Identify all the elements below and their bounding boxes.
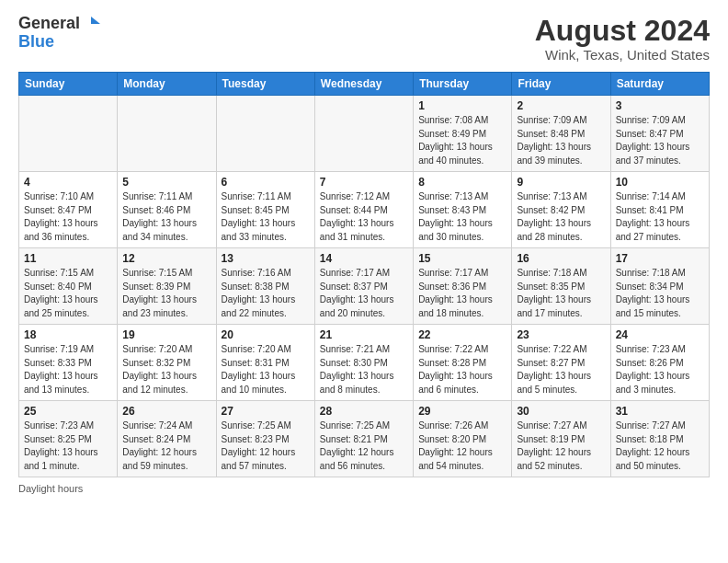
day-number: 30 xyxy=(517,405,605,418)
logo-text-general: General xyxy=(18,15,80,33)
day-info: Sunrise: 7:17 AM Sunset: 8:36 PM Dayligh… xyxy=(418,267,506,320)
day-info: Sunrise: 7:27 AM Sunset: 8:18 PM Dayligh… xyxy=(616,419,704,473)
day-info: Sunrise: 7:23 AM Sunset: 8:25 PM Dayligh… xyxy=(24,419,112,473)
day-info: Sunrise: 7:11 AM Sunset: 8:46 PM Dayligh… xyxy=(122,190,210,244)
day-info: Sunrise: 7:13 AM Sunset: 8:42 PM Dayligh… xyxy=(517,190,605,244)
page: General Blue August 2024 Wink, Texas, Un… xyxy=(0,0,728,503)
day-number: 17 xyxy=(616,252,704,265)
day-number: 1 xyxy=(418,99,506,112)
week-row-5: 25Sunrise: 7:23 AM Sunset: 8:25 PM Dayli… xyxy=(19,401,710,477)
day-cell: 12Sunrise: 7:15 AM Sunset: 8:39 PM Dayli… xyxy=(118,248,216,325)
day-cell: 23Sunrise: 7:22 AM Sunset: 8:27 PM Dayli… xyxy=(512,325,610,401)
day-number: 19 xyxy=(122,328,210,341)
footer: Daylight hours xyxy=(18,483,710,494)
day-number: 24 xyxy=(616,328,704,341)
day-number: 27 xyxy=(222,405,310,418)
day-cell: 13Sunrise: 7:16 AM Sunset: 8:38 PM Dayli… xyxy=(216,248,314,325)
logo-text-blue: Blue xyxy=(18,33,54,52)
day-info: Sunrise: 7:25 AM Sunset: 8:23 PM Dayligh… xyxy=(222,419,310,473)
day-cell: 19Sunrise: 7:20 AM Sunset: 8:32 PM Dayli… xyxy=(118,325,216,401)
week-row-2: 4Sunrise: 7:10 AM Sunset: 8:47 PM Daylig… xyxy=(19,172,710,248)
day-cell: 8Sunrise: 7:13 AM Sunset: 8:43 PM Daylig… xyxy=(414,172,512,248)
day-info: Sunrise: 7:24 AM Sunset: 8:24 PM Dayligh… xyxy=(122,419,210,473)
column-header-friday: Friday xyxy=(512,73,610,96)
day-number: 20 xyxy=(222,328,310,341)
day-number: 25 xyxy=(24,405,112,418)
day-number: 5 xyxy=(122,176,210,189)
logo: General Blue xyxy=(18,15,100,52)
day-number: 18 xyxy=(24,328,112,341)
day-cell: 20Sunrise: 7:20 AM Sunset: 8:31 PM Dayli… xyxy=(216,325,314,401)
day-info: Sunrise: 7:20 AM Sunset: 8:31 PM Dayligh… xyxy=(222,343,310,396)
day-info: Sunrise: 7:22 AM Sunset: 8:27 PM Dayligh… xyxy=(517,343,605,396)
day-info: Sunrise: 7:27 AM Sunset: 8:19 PM Dayligh… xyxy=(517,419,605,473)
day-info: Sunrise: 7:25 AM Sunset: 8:21 PM Dayligh… xyxy=(320,419,408,473)
day-info: Sunrise: 7:08 AM Sunset: 8:49 PM Dayligh… xyxy=(418,114,506,167)
day-number: 16 xyxy=(517,252,605,265)
day-number: 3 xyxy=(616,99,704,112)
day-cell xyxy=(118,96,216,172)
day-cell: 30Sunrise: 7:27 AM Sunset: 8:19 PM Dayli… xyxy=(512,401,610,477)
day-cell: 10Sunrise: 7:14 AM Sunset: 8:41 PM Dayli… xyxy=(610,172,709,248)
day-cell: 5Sunrise: 7:11 AM Sunset: 8:46 PM Daylig… xyxy=(118,172,216,248)
day-info: Sunrise: 7:23 AM Sunset: 8:26 PM Dayligh… xyxy=(616,343,704,396)
page-title: August 2024 xyxy=(535,15,710,47)
day-cell: 27Sunrise: 7:25 AM Sunset: 8:23 PM Dayli… xyxy=(216,401,314,477)
header: General Blue August 2024 Wink, Texas, Un… xyxy=(18,15,710,63)
day-cell: 1Sunrise: 7:08 AM Sunset: 8:49 PM Daylig… xyxy=(414,96,512,172)
day-number: 8 xyxy=(418,176,506,189)
day-number: 26 xyxy=(122,405,210,418)
column-header-wednesday: Wednesday xyxy=(314,73,413,96)
day-cell: 2Sunrise: 7:09 AM Sunset: 8:48 PM Daylig… xyxy=(512,96,610,172)
day-cell: 21Sunrise: 7:21 AM Sunset: 8:30 PM Dayli… xyxy=(314,325,413,401)
day-cell: 11Sunrise: 7:15 AM Sunset: 8:40 PM Dayli… xyxy=(19,248,118,325)
day-number: 7 xyxy=(320,176,408,189)
day-info: Sunrise: 7:22 AM Sunset: 8:28 PM Dayligh… xyxy=(418,343,506,396)
column-header-monday: Monday xyxy=(118,73,216,96)
column-header-sunday: Sunday xyxy=(19,73,118,96)
day-info: Sunrise: 7:09 AM Sunset: 8:47 PM Dayligh… xyxy=(616,114,704,167)
day-number: 22 xyxy=(418,328,506,341)
day-cell: 15Sunrise: 7:17 AM Sunset: 8:36 PM Dayli… xyxy=(414,248,512,325)
day-cell: 9Sunrise: 7:13 AM Sunset: 8:42 PM Daylig… xyxy=(512,172,610,248)
day-number: 23 xyxy=(517,328,605,341)
day-cell: 22Sunrise: 7:22 AM Sunset: 8:28 PM Dayli… xyxy=(414,325,512,401)
day-number: 29 xyxy=(418,405,506,418)
day-info: Sunrise: 7:16 AM Sunset: 8:38 PM Dayligh… xyxy=(222,267,310,320)
day-number: 2 xyxy=(517,99,605,112)
day-info: Sunrise: 7:14 AM Sunset: 8:41 PM Dayligh… xyxy=(616,190,704,244)
day-number: 11 xyxy=(24,252,112,265)
calendar-header-row: SundayMondayTuesdayWednesdayThursdayFrid… xyxy=(19,73,710,96)
day-info: Sunrise: 7:13 AM Sunset: 8:43 PM Dayligh… xyxy=(418,190,506,244)
daylight-label: Daylight hours xyxy=(18,483,83,494)
day-info: Sunrise: 7:18 AM Sunset: 8:35 PM Dayligh… xyxy=(517,267,605,320)
day-cell: 3Sunrise: 7:09 AM Sunset: 8:47 PM Daylig… xyxy=(610,96,709,172)
column-header-tuesday: Tuesday xyxy=(216,73,314,96)
day-number: 28 xyxy=(320,405,408,418)
day-number: 15 xyxy=(418,252,506,265)
week-row-3: 11Sunrise: 7:15 AM Sunset: 8:40 PM Dayli… xyxy=(19,248,710,325)
day-info: Sunrise: 7:20 AM Sunset: 8:32 PM Dayligh… xyxy=(122,343,210,396)
svg-marker-0 xyxy=(91,17,100,24)
day-cell: 25Sunrise: 7:23 AM Sunset: 8:25 PM Dayli… xyxy=(19,401,118,477)
day-info: Sunrise: 7:18 AM Sunset: 8:34 PM Dayligh… xyxy=(616,267,704,320)
calendar-table: SundayMondayTuesdayWednesdayThursdayFrid… xyxy=(18,72,710,477)
day-info: Sunrise: 7:21 AM Sunset: 8:30 PM Dayligh… xyxy=(320,343,408,396)
day-cell: 6Sunrise: 7:11 AM Sunset: 8:45 PM Daylig… xyxy=(216,172,314,248)
day-info: Sunrise: 7:12 AM Sunset: 8:44 PM Dayligh… xyxy=(320,190,408,244)
day-info: Sunrise: 7:17 AM Sunset: 8:37 PM Dayligh… xyxy=(320,267,408,320)
day-number: 12 xyxy=(122,252,210,265)
day-cell: 17Sunrise: 7:18 AM Sunset: 8:34 PM Dayli… xyxy=(610,248,709,325)
day-info: Sunrise: 7:26 AM Sunset: 8:20 PM Dayligh… xyxy=(418,419,506,473)
day-number: 9 xyxy=(517,176,605,189)
day-cell: 26Sunrise: 7:24 AM Sunset: 8:24 PM Dayli… xyxy=(118,401,216,477)
week-row-1: 1Sunrise: 7:08 AM Sunset: 8:49 PM Daylig… xyxy=(19,96,710,172)
day-cell: 28Sunrise: 7:25 AM Sunset: 8:21 PM Dayli… xyxy=(314,401,413,477)
day-number: 31 xyxy=(616,405,704,418)
column-header-saturday: Saturday xyxy=(610,73,709,96)
day-cell: 14Sunrise: 7:17 AM Sunset: 8:37 PM Dayli… xyxy=(314,248,413,325)
day-info: Sunrise: 7:19 AM Sunset: 8:33 PM Dayligh… xyxy=(24,343,112,396)
day-info: Sunrise: 7:15 AM Sunset: 8:40 PM Dayligh… xyxy=(24,267,112,320)
day-info: Sunrise: 7:15 AM Sunset: 8:39 PM Dayligh… xyxy=(122,267,210,320)
day-info: Sunrise: 7:10 AM Sunset: 8:47 PM Dayligh… xyxy=(24,190,112,244)
